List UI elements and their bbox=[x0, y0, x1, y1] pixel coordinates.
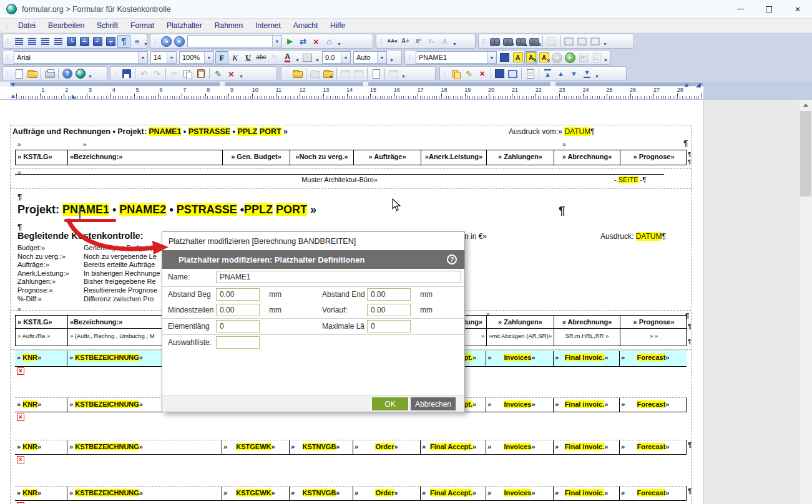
move-bottom-icon[interactable]: ▼ bbox=[580, 67, 594, 80]
combo-arrow-icon[interactable]: ▼ bbox=[167, 52, 176, 63]
document-canvas[interactable]: Aufträge und Rechnungen • Projekt: PNAME… bbox=[0, 100, 812, 504]
underline-icon[interactable]: U bbox=[242, 51, 255, 64]
toolbar-overflow-icon[interactable]: ▼ bbox=[144, 35, 148, 48]
font-size-combobox[interactable]: 14▼ bbox=[150, 51, 177, 64]
open-document-icon[interactable] bbox=[26, 67, 39, 80]
horizontal-ruler[interactable]: 1234567891011121314151617181920212223242… bbox=[0, 82, 812, 100]
go-icon[interactable]: ▶ bbox=[283, 35, 296, 48]
dropdown-arrow[interactable]: ▼ bbox=[294, 51, 301, 64]
combo-arrow-icon[interactable]: ▼ bbox=[377, 52, 386, 63]
toolbar-overflow-icon[interactable]: ▼ bbox=[594, 67, 600, 80]
tab-center-icon[interactable]: ┴ bbox=[78, 35, 91, 48]
toolbar-overflow-icon[interactable]: ▼ bbox=[602, 35, 609, 48]
properties-list-icon[interactable] bbox=[493, 67, 506, 80]
line-spacing-icon[interactable]: ≡ bbox=[130, 35, 144, 48]
redo-icon[interactable]: ↷ bbox=[150, 67, 164, 80]
duplicate-icon[interactable] bbox=[449, 67, 462, 80]
right-indent-marker[interactable]: ◢ bbox=[696, 82, 701, 88]
cut-icon[interactable]: ✂ bbox=[168, 67, 181, 80]
close-button[interactable]: ✕ bbox=[783, 0, 812, 18]
toolbar-drag-handle[interactable]: ⋮ bbox=[5, 54, 11, 61]
new-document-icon[interactable] bbox=[12, 67, 26, 80]
toolbar-overflow-icon[interactable]: ▼ bbox=[400, 67, 407, 80]
search-down-icon[interactable]: ▼ bbox=[501, 35, 514, 48]
frame-select-icon[interactable] bbox=[589, 35, 602, 48]
search-text-icon[interactable]: A bbox=[527, 35, 541, 48]
home-icon[interactable]: ⌂ bbox=[323, 35, 336, 48]
align-center-icon[interactable] bbox=[26, 35, 39, 48]
menu-item-platzhalter[interactable]: Platzhalter bbox=[160, 19, 208, 32]
superscript-icon[interactable]: x² bbox=[412, 35, 425, 48]
next-placeholder-icon[interactable]: ► bbox=[564, 51, 577, 64]
name-input[interactable]: PNAME1 bbox=[216, 271, 461, 283]
document-structure-icon[interactable] bbox=[524, 67, 537, 80]
window-split-icon[interactable] bbox=[387, 67, 400, 80]
combo-arrow-icon[interactable]: ▼ bbox=[341, 52, 350, 63]
placeholder-list-icon[interactable] bbox=[498, 51, 511, 64]
grow-font-icon[interactable]: A+ bbox=[399, 35, 412, 48]
toolbar-overflow-icon[interactable]: ▼ bbox=[603, 51, 609, 64]
frame-tool-icon[interactable] bbox=[562, 35, 575, 48]
dropdown-arrow[interactable]: ▼ bbox=[314, 51, 321, 64]
minimize-button[interactable] bbox=[726, 0, 755, 18]
menu-item-ansicht[interactable]: Ansicht bbox=[287, 19, 324, 32]
search-icon[interactable] bbox=[488, 35, 501, 48]
copy-icon[interactable] bbox=[181, 67, 194, 80]
toolbar-drag-handle[interactable]: ⋮ bbox=[5, 38, 11, 44]
formular-logo-icon[interactable] bbox=[74, 67, 87, 80]
toolbar-drag-handle[interactable]: ⋮ bbox=[481, 38, 486, 44]
abstand-beg-input[interactable]: 0.00 bbox=[216, 288, 260, 301]
cancel-button[interactable]: Abbrechen bbox=[411, 397, 456, 410]
highlight-color-icon[interactable] bbox=[301, 51, 314, 64]
macro-icon[interactable]: m bbox=[577, 51, 590, 64]
toolbar-drag-handle[interactable]: ⋮ bbox=[407, 54, 413, 61]
refresh-icon[interactable]: ⇄ bbox=[296, 35, 310, 48]
auswahlliste-input[interactable] bbox=[216, 336, 260, 349]
maximize-button[interactable] bbox=[755, 0, 783, 18]
bold-icon[interactable]: F bbox=[215, 51, 228, 64]
combo-arrow-icon[interactable]: ▼ bbox=[138, 52, 147, 63]
paste-icon[interactable] bbox=[194, 67, 207, 80]
menu-item-internet[interactable]: Internet bbox=[249, 19, 287, 32]
address-combobox[interactable]: ▼ bbox=[187, 35, 282, 47]
placeholder-delete-icon[interactable]: A× bbox=[537, 51, 550, 64]
close-form-icon[interactable] bbox=[308, 67, 321, 80]
back-icon[interactable]: ◄ bbox=[160, 35, 173, 48]
forward-icon[interactable]: ► bbox=[173, 35, 186, 48]
placeholder-insert-icon[interactable]: A bbox=[511, 51, 524, 64]
toolbar-drag-handle[interactable]: ⋮ bbox=[112, 70, 118, 77]
open-recent-icon[interactable]: ► bbox=[321, 67, 335, 80]
underline-color-icon[interactable]: A bbox=[438, 35, 451, 48]
subscript-icon[interactable]: x₂ bbox=[425, 35, 438, 48]
align-justify-icon[interactable] bbox=[52, 35, 65, 48]
stop-icon[interactable]: × bbox=[310, 35, 323, 48]
right-margin-marker[interactable]: ▲ bbox=[683, 82, 690, 88]
toolbar-drag-handle[interactable]: ⋮ bbox=[152, 38, 158, 44]
menu-item-schrift[interactable]: Schrift bbox=[90, 19, 124, 32]
tab-right-icon[interactable]: ┘ bbox=[91, 35, 104, 48]
undo-icon[interactable]: ↶ bbox=[137, 67, 150, 80]
vertical-scrollbar[interactable] bbox=[800, 100, 812, 504]
rename-icon[interactable]: ✎ bbox=[462, 67, 476, 80]
combo-arrow-icon[interactable]: ▼ bbox=[487, 52, 496, 63]
elementlaenge-input[interactable]: 0 bbox=[216, 320, 260, 332]
replace-icon[interactable] bbox=[545, 35, 558, 48]
indent-marker-bottom[interactable]: ▲ bbox=[10, 93, 16, 99]
move-top-icon[interactable]: ▲ bbox=[541, 67, 554, 80]
search-up-icon[interactable]: ▲ bbox=[514, 35, 527, 48]
frame-icon[interactable] bbox=[506, 67, 519, 80]
previous-placeholder-icon[interactable]: ◄ bbox=[550, 51, 564, 64]
menu-item-format[interactable]: Format bbox=[124, 19, 160, 32]
remove-icon[interactable]: × bbox=[476, 67, 489, 80]
ok-button[interactable]: OK bbox=[372, 397, 408, 410]
letter-spacing-combobox[interactable]: 0.0▼ bbox=[322, 51, 351, 64]
placeholder-combobox[interactable]: PNAME1▼ bbox=[416, 51, 497, 64]
edit-icon[interactable]: ✎ bbox=[212, 67, 225, 80]
indent-marker-top[interactable]: ▼ bbox=[10, 82, 16, 88]
formatting-marks-icon[interactable]: ¶ bbox=[117, 35, 130, 48]
delete-icon[interactable]: × bbox=[225, 67, 238, 80]
toolbar-drag-handle[interactable]: ⋮ bbox=[442, 70, 448, 77]
align-left-icon[interactable] bbox=[12, 35, 26, 48]
help-icon[interactable]: ? bbox=[61, 67, 74, 80]
strikethrough-icon[interactable]: abc bbox=[255, 51, 268, 64]
